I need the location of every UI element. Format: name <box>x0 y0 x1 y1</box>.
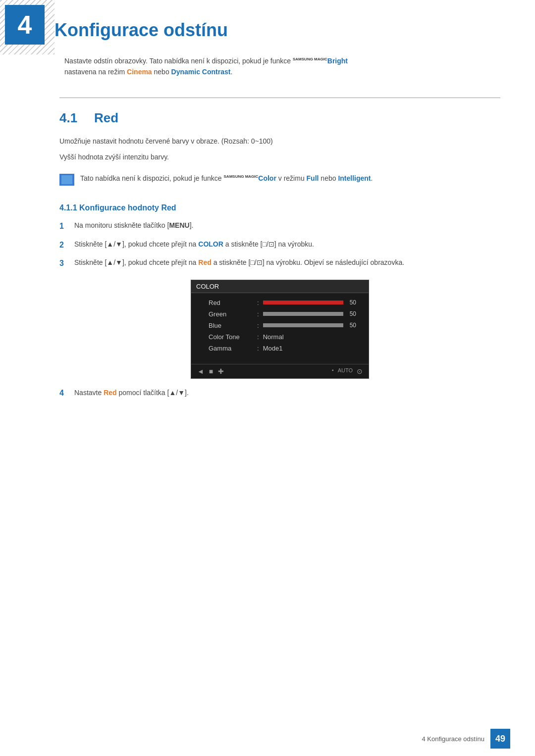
icon-plus: ✚ <box>218 367 224 375</box>
bright-label: Bright <box>327 57 348 65</box>
section-4-1-heading: 4.1 Red <box>59 110 500 126</box>
samsung-magic-label: SAMSUNG MAGIC <box>293 57 327 61</box>
icon-stop: ■ <box>209 367 213 375</box>
red-bar <box>263 301 343 304</box>
section-4-1-title: Red <box>94 110 118 126</box>
steps-list: 1 Na monitoru stiskněte tlačítko [MENU].… <box>59 220 500 270</box>
auto-label: AUTO <box>338 367 353 375</box>
period: . <box>230 68 232 76</box>
note-icon <box>59 174 74 186</box>
blue-value: 50 <box>345 322 356 329</box>
monitor-row-blue: Blue : 50 <box>199 320 361 331</box>
note-box: Tato nabídka není k dispozici, pokud je … <box>59 170 500 191</box>
color-highlight: COLOR <box>198 240 223 248</box>
section-4-1-number: 4.1 <box>59 110 84 126</box>
row-label-color-tone: Color Tone <box>209 333 253 341</box>
chapter-intro: Nastavte odstín obrazovky. Tato nabídka … <box>64 55 500 78</box>
monitor-title: COLOR <box>196 283 219 290</box>
chapter-number: 4 <box>18 10 32 40</box>
note-samsung-magic: SAMSUNG MAGIC <box>224 174 259 179</box>
chapter-number-box: 4 <box>5 5 45 45</box>
section-desc1: Umožňuje nastavit hodnotu červené barvy … <box>59 136 500 147</box>
dynamic-contrast-label: Dynamic Contrast <box>171 68 231 76</box>
icon-prev: ◄ <box>197 367 204 375</box>
section-desc2: Vyšší hodnota zvýší intenzitu barvy. <box>59 151 500 162</box>
step-3: 3 Stiskněte [▲/▼], pokud chcete přejít n… <box>59 257 500 270</box>
monitor-row-model <box>199 354 361 360</box>
note-full: Full <box>307 174 319 182</box>
red-value: 50 <box>345 299 356 306</box>
step-2: 2 Stiskněte [▲/▼], pokud chcete přejít n… <box>59 239 500 252</box>
gamma-value: Mode1 <box>263 345 356 352</box>
monitor-row-green: Green : 50 <box>199 308 361 320</box>
green-bar-container: 50 <box>263 310 356 317</box>
dot1: ▪ <box>332 367 334 375</box>
intro-text2: nastavena na režim <box>64 68 125 76</box>
power-icon: ⊙ <box>357 367 363 375</box>
subsection-number: 4.1.1 <box>59 203 77 212</box>
page-number-box: 49 <box>490 729 510 749</box>
monitor-menu: Red : 50 Green : 50 Blue : <box>191 293 369 364</box>
bottom-dots: ▪ AUTO ⊙ <box>332 367 363 375</box>
intro-text1: Nastavte odstín obrazovky. Tato nabídka … <box>64 57 291 65</box>
red-highlight: Red <box>198 258 211 266</box>
row-label-blue: Blue <box>209 322 253 329</box>
or-label: nebo <box>154 68 169 76</box>
step-1-content: Na monitoru stiskněte tlačítko [MENU]. <box>74 220 500 233</box>
footer-text: 4 Konfigurace odstínu <box>422 735 484 743</box>
note-color: Color <box>258 174 276 182</box>
step4-red-highlight: Red <box>104 389 116 397</box>
step-4-content: Nastavte Red pomocí tlačítka [▲/▼]. <box>74 389 500 398</box>
step-4: 4 Nastavte Red pomocí tlačítka [▲/▼]. <box>59 389 500 398</box>
step-3-number: 3 <box>59 257 69 270</box>
subsection-title: Konfigurace hodnoty Red <box>79 203 176 212</box>
green-value: 50 <box>345 310 356 317</box>
chapter-title: Konfigurace odstínu <box>54 20 500 41</box>
note-intelligent: Intelligent <box>338 174 371 182</box>
step-2-number: 2 <box>59 239 69 252</box>
note-text: Tato nabídka není k dispozici, pokud je … <box>80 173 373 184</box>
page-number: 49 <box>495 734 505 744</box>
row-label-green: Green <box>209 310 253 318</box>
subsection-4-1-1-heading: 4.1.1 Konfigurace hodnoty Red <box>59 203 500 212</box>
monitor-screen: COLOR Red : 50 Green : 50 <box>191 280 369 379</box>
monitor-row-color-tone: Color Tone : Normal <box>199 331 361 343</box>
section-divider <box>59 98 500 98</box>
menu-key: MENU <box>169 221 189 229</box>
monitor-bottom-bar: ◄ ■ ✚ ▪ AUTO ⊙ <box>191 364 369 378</box>
blue-bar <box>263 323 343 327</box>
step-2-content: Stiskněte [▲/▼], pokud chcete přejít na … <box>74 239 500 252</box>
cinema-label: Cinema <box>127 68 152 76</box>
monitor-row-red: Red : 50 <box>199 297 361 308</box>
blue-bar-container: 50 <box>263 322 356 329</box>
green-bar <box>263 312 343 316</box>
step-1: 1 Na monitoru stiskněte tlačítko [MENU]. <box>59 220 500 233</box>
step-3-content: Stiskněte [▲/▼], pokud chcete přejít na … <box>74 257 500 270</box>
section-4-1-body: Umožňuje nastavit hodnotu červené barvy … <box>59 136 500 191</box>
step-1-number: 1 <box>59 220 69 233</box>
color-tone-value: Normal <box>263 333 356 341</box>
row-label-red: Red <box>209 299 253 306</box>
monitor-row-gamma: Gamma : Mode1 <box>199 343 361 354</box>
row-label-gamma: Gamma <box>209 345 253 352</box>
step-4-number: 4 <box>59 389 69 398</box>
monitor-titlebar: COLOR <box>191 280 369 293</box>
page-footer: 4 Konfigurace odstínu 49 <box>422 729 510 749</box>
bottom-icons-left: ◄ ■ ✚ <box>197 367 224 375</box>
red-bar-container: 50 <box>263 299 356 306</box>
